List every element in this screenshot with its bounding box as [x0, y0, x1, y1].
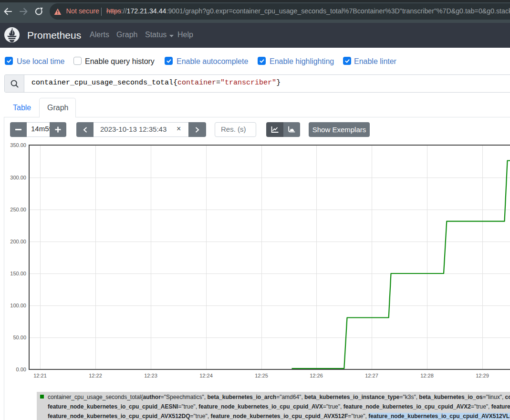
svg-text:12:21: 12:21: [33, 373, 47, 378]
svg-text:12:23: 12:23: [144, 373, 157, 378]
svg-text:350.00: 350.00: [10, 142, 26, 148]
svg-text:12:27: 12:27: [365, 373, 378, 378]
svg-text:250.00: 250.00: [10, 207, 26, 212]
svg-text:100.00: 100.00: [10, 303, 26, 308]
svg-text:0.00: 0.00: [16, 367, 26, 372]
svg-text:12:22: 12:22: [89, 373, 102, 378]
svg-text:12:26: 12:26: [310, 373, 323, 378]
svg-text:12:24: 12:24: [199, 373, 213, 378]
svg-text:300.00: 300.00: [10, 175, 26, 180]
svg-text:12:28: 12:28: [420, 373, 434, 378]
svg-text:12:25: 12:25: [255, 373, 268, 378]
svg-text:50.00: 50.00: [13, 335, 26, 340]
svg-text:150.00: 150.00: [10, 271, 26, 276]
svg-text:200.00: 200.00: [10, 239, 26, 244]
svg-text:12:29: 12:29: [476, 373, 489, 378]
